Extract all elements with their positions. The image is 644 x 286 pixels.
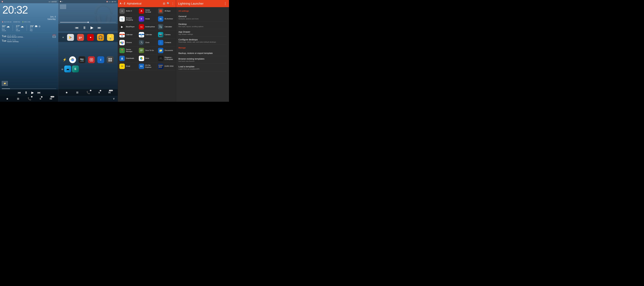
add-icon[interactable]: + [62, 36, 64, 39]
search-icon[interactable]: 🔍 [167, 2, 170, 5]
cal-allday-2: all day [12, 39, 16, 41]
app-row: ✉ Email ES ES File Explorer EURO2016 EUR… [118, 62, 176, 70]
more-icon[interactable]: ⋮ [172, 2, 174, 5]
battery-icon-2: ▮ [112, 1, 113, 2]
app-cell-devmgr[interactable]: 📍 Device Manager [118, 47, 137, 54]
app-cell-blackplayer[interactable]: ▶ BlackPlayer [118, 23, 137, 31]
lightning-icon[interactable]: ⚡ [62, 58, 67, 62]
weather-app-icon[interactable]: ☁ [64, 65, 71, 72]
app-row: ≡ Action 3 A Adobe Acrobat [118, 7, 176, 15]
ll-item-appdrawer[interactable]: App Drawer App drawer settings [178, 29, 226, 37]
docstogo-label: Docs To Go [145, 49, 154, 51]
app-cell-b1[interactable]: B1 B1 Archiver [156, 15, 176, 23]
svg-rect-25 [161, 26, 162, 27]
ll-item-title-load-template: Load a template [178, 65, 226, 68]
status-bar-1: ⏰ ▲ ▲ ▮ 8:32 [0, 0, 58, 3]
phone-badge-2: 1 [90, 90, 92, 91]
app-cell-clock[interactable]: Clock [137, 39, 157, 46]
ll-item-load-template[interactable]: Load a template Load it from an installe… [178, 64, 226, 71]
status-bar-2: 💬 ✓ ⏰ ▲ ▲ ▮ 8:31 [58, 0, 118, 3]
app-cell-documents[interactable]: 📁 Documents [156, 47, 176, 54]
ll-item-browse-templates[interactable]: Browse existing templates Get fresh new … [178, 56, 226, 64]
ll-more-icon[interactable]: ⋮ [224, 2, 227, 5]
dock-sms-2[interactable]: ≡ 1 [98, 91, 100, 94]
app-cell-allapps[interactable]: All Apps [156, 7, 176, 15]
app-cell-docstogo[interactable]: Docs To Go [137, 47, 157, 54]
camera-label: Camera [164, 34, 170, 36]
headphones-app-icon[interactable]: 🎧 [97, 34, 104, 41]
dock-sms[interactable]: ≡ 1 [40, 97, 42, 101]
app-cell-downloads[interactable]: Downloads [118, 54, 137, 62]
app-cell-contacts[interactable]: 👤 Contacts [156, 39, 176, 46]
folder-icon-1[interactable]: 📁 [2, 81, 8, 86]
docstogo-icon [139, 48, 144, 53]
app-cell-calendar2[interactable]: 31 31 Calendar [137, 31, 157, 38]
app-cell-elegance[interactable]: ELE LLTemplate Elegance - LLTemplate [156, 54, 176, 62]
panel-music: 💬 ✓ ⏰ ▲ ▲ ▮ 8:31 🎧 ⏮ ⏸ ▶ ⏭ + [58, 0, 118, 102]
weather-settings-icon: ⚙ [38, 25, 40, 28]
drawer-sort-label[interactable]: Alphabetical [127, 2, 162, 5]
app-cell-drive[interactable]: Drive [137, 54, 157, 62]
chrome-icon-2[interactable] [69, 56, 76, 63]
app-cell-amazon[interactable]: 🛒 Amazon Shopping [118, 15, 137, 23]
play-button-2[interactable]: ▶ [90, 25, 94, 30]
ll-item-title-configure-desktops: Configure desktops [178, 38, 226, 41]
ll-item-general[interactable]: General Gestures, actions and more [178, 13, 226, 21]
bulb-icon[interactable]: 💡 [107, 34, 114, 41]
next-button-2[interactable]: ⏭ [98, 26, 101, 30]
dock-apps-2[interactable]: ⊞ [76, 91, 78, 94]
dock-email[interactable]: ✉ 12089 [50, 97, 52, 101]
app-cell-camera[interactable]: 📷 Camera [156, 31, 176, 38]
play-button-1[interactable]: ▶ [31, 91, 34, 95]
pause-button-1[interactable]: ⏸ [24, 91, 28, 95]
email-badge: 12089 [50, 96, 54, 97]
pause-button-2[interactable]: ⏸ [83, 26, 86, 30]
signal-icon: ▲ [50, 1, 52, 2]
time-display-1: 8:32 [54, 1, 57, 2]
ll-item-configure-desktops[interactable]: Configure desktops Rearrange, delete, ad… [178, 37, 226, 44]
screenshot-icon[interactable] [88, 56, 95, 63]
dock-email-2[interactable]: ✉ 12089 [108, 91, 111, 94]
chevron-down-icon[interactable]: ∨ [113, 97, 115, 100]
app-cell-bookmyshow[interactable]: my bookmyshow [137, 23, 157, 31]
app-cell-esfile[interactable]: ES ES File Explorer [137, 62, 157, 70]
folder-icon-2[interactable] [60, 4, 66, 9]
app-row: Downloads Drive ELE LLTempla [118, 54, 176, 62]
bookmyshow-icon: my [139, 24, 144, 29]
tiles-icon[interactable] [107, 56, 114, 63]
app-cell-chrome[interactable]: Chrome [118, 39, 137, 46]
dock-favorites-2[interactable]: ★ [65, 91, 68, 94]
camera-icon-2[interactable]: 📷 [78, 56, 86, 63]
dock-phone[interactable]: 📞 1 [28, 97, 31, 101]
app-cell-calendar1[interactable]: 31 31 Calendar [118, 31, 137, 38]
prev-button-2[interactable]: ⏮ [75, 26, 78, 30]
prev-button-1[interactable]: ⏮ [18, 91, 21, 95]
app-cell-action3[interactable]: ≡ Action 3 [118, 7, 137, 15]
gplus-icon[interactable]: g+ [77, 34, 84, 41]
esfile-icon-2[interactable]: E [72, 65, 79, 72]
app-cell-aviate[interactable]: ✈ Aviate [137, 15, 157, 23]
grid-view-icon[interactable]: ⊟ [163, 2, 165, 5]
zooper-icon[interactable]: Z [97, 56, 104, 63]
app-cell-euro[interactable]: EURO2016 EURO 2016 [156, 62, 176, 70]
action3-label: Action 3 [126, 10, 132, 12]
az-logo: A→Z [120, 2, 125, 5]
quick-icons-row: + g+ 🎧 💡 [58, 33, 118, 42]
svg-rect-28 [161, 27, 162, 28]
next-button-1[interactable]: ⏭ [38, 91, 41, 95]
app-cell-email[interactable]: ✉ Email [118, 62, 137, 70]
youtube-icon[interactable] [87, 34, 94, 41]
svg-rect-8 [108, 58, 110, 60]
ll-item-desktop[interactable]: Desktop Item style, layout, scrolling op… [178, 21, 226, 29]
elegance-label: Elegance - LLTemplate [164, 56, 174, 60]
svg-rect-11 [110, 60, 112, 61]
app-cell-acrobat[interactable]: A Adobe Acrobat [137, 7, 157, 15]
ll-item-backup[interactable]: Backup, restore or export template [178, 50, 226, 56]
euro-label: EURO 2016 [164, 65, 173, 67]
playstore-icon[interactable] [67, 34, 74, 41]
dock-favorites[interactable]: ★ [6, 97, 9, 101]
app-cell-calculator[interactable]: Calculator [156, 23, 176, 31]
dock-apps[interactable]: ⊞ [17, 97, 19, 100]
ll-item-title-browse-templates: Browse existing templates [178, 57, 226, 60]
dock-phone-2[interactable]: 📞 1 [86, 91, 90, 94]
